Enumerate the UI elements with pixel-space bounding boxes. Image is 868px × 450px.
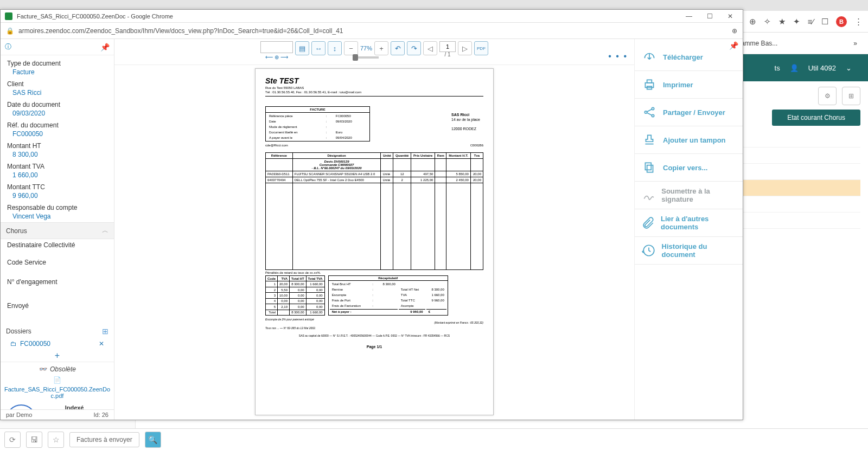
fit-height-button[interactable]: ↕ (328, 41, 342, 55)
svg-rect-6 (647, 165, 653, 172)
field-label: Type de document (7, 60, 107, 67)
section-chorus-header[interactable]: Chorus ︿ (1, 222, 114, 239)
export-pdf-button[interactable]: PDF (474, 41, 488, 55)
rotate-right-button[interactable]: ↷ (407, 41, 421, 55)
field-label: Responsable du compte (7, 204, 107, 211)
tva-table: CodeTVATotal HTTotal TVA 120,008 300,001… (265, 275, 325, 316)
favicon (5, 12, 12, 20)
dossiers-header: Dossiers ⊞ (1, 325, 114, 338)
zoom-indicator-icon[interactable]: ⊕ (732, 27, 737, 35)
user-icon: 👤 (790, 64, 799, 72)
zoom-slider[interactable] (354, 56, 379, 59)
svg-rect-7 (645, 163, 651, 170)
field-label: Montant HT (7, 142, 107, 150)
signature-icon (641, 187, 656, 203)
chorus-field[interactable]: Envoyé (7, 302, 107, 310)
more-menu-icon[interactable]: • • • (608, 52, 628, 61)
search-nav[interactable]: ⟵ ⊕ ⟶ (265, 54, 288, 60)
next-page-button[interactable]: ▷ (458, 41, 472, 55)
refresh-button[interactable]: ⟳ (4, 432, 21, 448)
company-address: Rue du Test 55050 LABAS (265, 86, 483, 89)
save-search-button[interactable]: 🖫 (26, 432, 42, 448)
document-viewer: ⟵ ⊕ ⟶ ▤ ↔ ↕ − 77% + ↶ ↷ ◁ (114, 39, 634, 420)
field-value[interactable]: Vincent Vega (12, 213, 107, 220)
pdf-filename-link[interactable]: Facture_SAS_Ricci_FC000050.ZeenDoc.pdf (1, 384, 114, 401)
bookmark-overflow-icon[interactable]: » (853, 40, 857, 47)
fit-width-button[interactable]: ↔ (311, 41, 326, 55)
obsolete-row[interactable]: 👓 Obsolète (1, 362, 114, 376)
field-value[interactable]: FC000050 (12, 130, 107, 138)
field-value[interactable]: SAS Ricci (12, 89, 107, 97)
address-text[interactable]: armoires.zeendoc.com/Zeendoc_Sandbox/Ihm… (18, 27, 727, 35)
chorus-status-button[interactable]: Etat courant Chorus (772, 110, 860, 126)
doc-id: Id: 26 (93, 412, 108, 418)
print-button[interactable]: Imprimer (635, 71, 743, 99)
window-titlebar: Facture_SAS_Ricci_FC000050.ZeenDoc - Goo… (1, 10, 743, 23)
field-label: Réf. du document (7, 121, 107, 129)
chorus-field[interactable]: Destinataire Collectivité (7, 241, 107, 249)
dossier-name: FC000050 (20, 340, 50, 348)
dossier-item[interactable]: 🗀 FC000050 ✕ (1, 338, 114, 350)
chorus-field[interactable]: Code Service (7, 259, 107, 266)
app-footer: ⟳ 🖫 ☆ Factures à envoyer 🔍 (0, 428, 868, 450)
chevron-down-icon[interactable]: ⌄ (846, 64, 852, 72)
field-value[interactable]: 9 960,00 (12, 192, 107, 200)
highlight-button[interactable]: ▤ (295, 41, 309, 55)
window-maximize-button[interactable]: ☐ (701, 12, 718, 20)
svg-rect-0 (645, 83, 653, 88)
page-indicator: / 1 (439, 41, 456, 57)
pin-icon[interactable]: 📌 (729, 41, 738, 50)
page-input[interactable] (439, 41, 456, 52)
chorus-field[interactable]: N° d'engagement (7, 278, 107, 286)
lock-icon: 🔒 (6, 27, 14, 35)
extensions-icon[interactable]: ✦ (793, 17, 800, 27)
share-button[interactable]: Partager / Envoyer (635, 99, 743, 126)
grid-icon[interactable]: ⊞ (102, 327, 108, 336)
prev-page-button[interactable]: ◁ (423, 41, 437, 55)
ext-icon[interactable]: ⊕ (749, 17, 756, 27)
stamp-button[interactable]: Ajouter un tampon (635, 126, 743, 154)
copy-button[interactable]: Copier vers... (635, 154, 743, 182)
field-value[interactable]: 8 300,00 (12, 151, 107, 158)
field-value[interactable]: 09/03/2020 (12, 110, 107, 117)
window-minimize-button[interactable]: — (681, 12, 697, 20)
window-close-button[interactable]: ✕ (722, 12, 738, 20)
svg-point-4 (652, 107, 654, 110)
browser-menu-icon[interactable]: ⋮ (854, 17, 863, 27)
download-button[interactable]: Télécharger (635, 43, 743, 71)
viewer-toolbar: ⟵ ⊕ ⟶ ▤ ↔ ↕ − 77% + ↶ ↷ ◁ (114, 39, 634, 65)
field-value[interactable]: Facture (12, 68, 107, 76)
search-button[interactable]: 🔍 (145, 432, 161, 448)
window-icon[interactable]: ☐ (821, 17, 828, 27)
grid-icon[interactable]: ⊞ (842, 87, 860, 105)
download-icon (641, 49, 658, 65)
index-info: Indexé Pages : 1 Taille originale : 100.… (41, 404, 108, 409)
add-dossier-button[interactable]: + (1, 350, 114, 362)
info-icon[interactable]: ⓘ (5, 42, 11, 52)
favorite-button[interactable]: ☆ (48, 432, 64, 448)
obsolete-label: Obsolète (50, 365, 76, 373)
viewer-stage[interactable]: Ste TEST Rue du Test 55050 LABAS Tél : 0… (114, 65, 634, 420)
zoom-in-button[interactable]: + (374, 41, 388, 55)
rotate-left-button[interactable]: ↶ (391, 41, 405, 55)
field-value[interactable]: 1 660,00 (12, 171, 107, 179)
remove-icon[interactable]: ✕ (99, 340, 104, 348)
profile-badge[interactable]: B (836, 16, 847, 27)
zoom-out-button[interactable]: − (344, 41, 358, 55)
ext-icon[interactable]: ✧ (764, 17, 771, 27)
pdf-icon: 📄 (1, 376, 114, 384)
search-input[interactable] (260, 41, 293, 53)
gear-icon[interactable]: ⚙ (818, 87, 837, 105)
ext-icon[interactable]: ★ (778, 17, 786, 27)
invoice-company: Ste TEST (265, 76, 483, 85)
saved-query-pill[interactable]: Factures à envoyer (69, 432, 139, 447)
company-contact: Tél : 01.30.56.55.40, Fax : 01.30.56.55.… (265, 91, 483, 94)
invoice-info-box: FACTURE Référence pièce:FC000050 Date:09… (265, 106, 370, 142)
sign-button[interactable]: Soumettre à la signature (635, 182, 743, 209)
user-label[interactable]: Util 4092 (808, 64, 836, 72)
pin-icon[interactable]: 📌 (100, 43, 110, 52)
share-icon (641, 104, 658, 120)
history-button[interactable]: Historique du document (635, 237, 743, 265)
link-button[interactable]: Lier à d'autres documents (635, 209, 743, 237)
reading-list-icon[interactable]: ≡⁄ (808, 17, 814, 26)
